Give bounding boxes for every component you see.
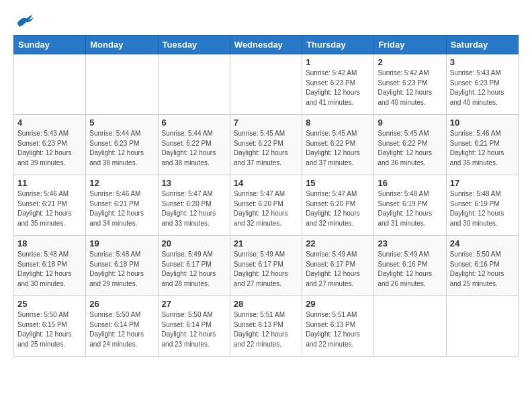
day-number: 1: [306, 57, 370, 67]
day-info: Sunrise: 5:45 AMSunset: 6:22 PMDaylight:…: [234, 129, 298, 168]
calendar-cell: 25Sunrise: 5:50 AMSunset: 6:15 PMDayligh…: [14, 296, 86, 357]
bird-icon: [15, 13, 34, 28]
calendar-cell: 9Sunrise: 5:45 AMSunset: 6:22 PMDaylight…: [374, 115, 446, 175]
day-number: 29: [306, 299, 370, 309]
day-info: Sunrise: 5:50 AMSunset: 6:15 PMDaylight:…: [17, 310, 82, 349]
day-info: Sunrise: 5:46 AMSunset: 6:21 PMDaylight:…: [450, 129, 515, 168]
weekday-header-friday: Friday: [374, 36, 446, 54]
day-number: 16: [378, 178, 442, 188]
day-number: 4: [17, 118, 82, 128]
day-info: Sunrise: 5:45 AMSunset: 6:22 PMDaylight:…: [306, 129, 370, 168]
calendar-cell: 26Sunrise: 5:50 AMSunset: 6:14 PMDayligh…: [86, 296, 158, 357]
calendar-cell: [14, 54, 86, 115]
weekday-row: SundayMondayTuesdayWednesdayThursdayFrid…: [14, 36, 519, 54]
calendar-cell: 5Sunrise: 5:44 AMSunset: 6:23 PMDaylight…: [86, 115, 158, 175]
calendar-cell: [86, 54, 158, 115]
calendar-cell: 6Sunrise: 5:44 AMSunset: 6:22 PMDaylight…: [158, 115, 230, 175]
calendar-cell: 21Sunrise: 5:49 AMSunset: 6:17 PMDayligh…: [230, 236, 302, 296]
day-info: Sunrise: 5:44 AMSunset: 6:22 PMDaylight:…: [162, 129, 226, 168]
day-info: Sunrise: 5:42 AMSunset: 6:23 PMDaylight:…: [378, 68, 442, 107]
day-info: Sunrise: 5:45 AMSunset: 6:22 PMDaylight:…: [378, 129, 442, 168]
day-number: 10: [450, 118, 515, 128]
calendar-week-2: 4Sunrise: 5:43 AMSunset: 6:23 PMDaylight…: [14, 115, 519, 175]
day-number: 2: [378, 57, 442, 67]
calendar-cell: 2Sunrise: 5:42 AMSunset: 6:23 PMDaylight…: [374, 54, 446, 115]
day-info: Sunrise: 5:49 AMSunset: 6:17 PMDaylight:…: [162, 250, 226, 289]
calendar-week-1: 1Sunrise: 5:42 AMSunset: 6:23 PMDaylight…: [14, 54, 519, 115]
calendar-cell: 24Sunrise: 5:50 AMSunset: 6:16 PMDayligh…: [446, 236, 518, 296]
day-info: Sunrise: 5:51 AMSunset: 6:13 PMDaylight:…: [234, 310, 298, 349]
day-number: 20: [162, 238, 226, 248]
calendar-cell: [158, 54, 230, 115]
calendar-cell: 3Sunrise: 5:43 AMSunset: 6:23 PMDaylight…: [446, 54, 518, 115]
day-number: 28: [234, 299, 298, 309]
calendar-cell: [374, 296, 446, 357]
calendar-cell: 23Sunrise: 5:49 AMSunset: 6:16 PMDayligh…: [374, 236, 446, 296]
calendar-cell: 4Sunrise: 5:43 AMSunset: 6:23 PMDaylight…: [14, 115, 86, 175]
calendar-cell: [446, 296, 518, 357]
day-number: 15: [306, 178, 370, 188]
calendar-cell: 19Sunrise: 5:48 AMSunset: 6:18 PMDayligh…: [86, 236, 158, 296]
day-info: Sunrise: 5:47 AMSunset: 6:20 PMDaylight:…: [162, 189, 226, 228]
calendar-cell: [230, 54, 302, 115]
day-info: Sunrise: 5:49 AMSunset: 6:17 PMDaylight:…: [234, 250, 298, 289]
day-number: 3: [450, 57, 515, 67]
calendar-week-3: 11Sunrise: 5:46 AMSunset: 6:21 PMDayligh…: [14, 175, 519, 236]
weekday-header-wednesday: Wednesday: [230, 36, 302, 54]
calendar-cell: 15Sunrise: 5:47 AMSunset: 6:20 PMDayligh…: [302, 175, 374, 236]
weekday-header-monday: Monday: [86, 36, 158, 54]
day-number: 5: [89, 118, 154, 128]
calendar-cell: 29Sunrise: 5:51 AMSunset: 6:13 PMDayligh…: [302, 296, 374, 357]
day-number: 8: [306, 118, 370, 128]
day-number: 12: [89, 178, 154, 188]
calendar-cell: 12Sunrise: 5:46 AMSunset: 6:21 PMDayligh…: [86, 175, 158, 236]
calendar-body: 1Sunrise: 5:42 AMSunset: 6:23 PMDaylight…: [14, 54, 519, 357]
calendar-cell: 7Sunrise: 5:45 AMSunset: 6:22 PMDaylight…: [230, 115, 302, 175]
day-number: 18: [17, 238, 82, 248]
calendar-header: SundayMondayTuesdayWednesdayThursdayFrid…: [14, 36, 519, 54]
calendar-cell: 13Sunrise: 5:47 AMSunset: 6:20 PMDayligh…: [158, 175, 230, 236]
day-info: Sunrise: 5:47 AMSunset: 6:20 PMDaylight:…: [234, 189, 298, 228]
day-number: 21: [234, 238, 298, 248]
calendar-cell: 17Sunrise: 5:48 AMSunset: 6:19 PMDayligh…: [446, 175, 518, 236]
calendar-week-4: 18Sunrise: 5:48 AMSunset: 6:18 PMDayligh…: [14, 236, 519, 296]
calendar-cell: 20Sunrise: 5:49 AMSunset: 6:17 PMDayligh…: [158, 236, 230, 296]
day-info: Sunrise: 5:48 AMSunset: 6:19 PMDaylight:…: [450, 189, 515, 228]
day-number: 24: [450, 238, 515, 248]
day-info: Sunrise: 5:48 AMSunset: 6:19 PMDaylight:…: [378, 189, 442, 228]
day-info: Sunrise: 5:49 AMSunset: 6:16 PMDaylight:…: [378, 250, 442, 289]
logo: [13, 13, 34, 28]
day-number: 7: [234, 118, 298, 128]
calendar-week-5: 25Sunrise: 5:50 AMSunset: 6:15 PMDayligh…: [14, 296, 519, 357]
calendar-cell: 10Sunrise: 5:46 AMSunset: 6:21 PMDayligh…: [446, 115, 518, 175]
day-info: Sunrise: 5:48 AMSunset: 6:18 PMDaylight:…: [89, 250, 154, 289]
day-info: Sunrise: 5:44 AMSunset: 6:23 PMDaylight:…: [89, 129, 154, 168]
calendar-cell: 18Sunrise: 5:48 AMSunset: 6:18 PMDayligh…: [14, 236, 86, 296]
calendar-cell: 27Sunrise: 5:50 AMSunset: 6:14 PMDayligh…: [158, 296, 230, 357]
day-info: Sunrise: 5:46 AMSunset: 6:21 PMDaylight:…: [17, 189, 82, 228]
day-info: Sunrise: 5:43 AMSunset: 6:23 PMDaylight:…: [17, 129, 82, 168]
day-number: 17: [450, 178, 515, 188]
day-info: Sunrise: 5:48 AMSunset: 6:18 PMDaylight:…: [17, 250, 82, 289]
day-number: 26: [89, 299, 154, 309]
calendar-cell: 28Sunrise: 5:51 AMSunset: 6:13 PMDayligh…: [230, 296, 302, 357]
day-number: 25: [17, 299, 82, 309]
weekday-header-saturday: Saturday: [446, 36, 518, 54]
day-info: Sunrise: 5:49 AMSunset: 6:17 PMDaylight:…: [306, 250, 370, 289]
weekday-header-sunday: Sunday: [14, 36, 86, 54]
header: [13, 13, 519, 28]
weekday-header-thursday: Thursday: [302, 36, 374, 54]
day-info: Sunrise: 5:50 AMSunset: 6:14 PMDaylight:…: [89, 310, 154, 349]
day-info: Sunrise: 5:50 AMSunset: 6:16 PMDaylight:…: [450, 250, 515, 289]
day-number: 6: [162, 118, 226, 128]
day-number: 13: [162, 178, 226, 188]
weekday-header-tuesday: Tuesday: [158, 36, 230, 54]
day-info: Sunrise: 5:50 AMSunset: 6:14 PMDaylight:…: [162, 310, 226, 349]
day-info: Sunrise: 5:46 AMSunset: 6:21 PMDaylight:…: [89, 189, 154, 228]
day-number: 27: [162, 299, 226, 309]
day-number: 23: [378, 238, 442, 248]
calendar-cell: 22Sunrise: 5:49 AMSunset: 6:17 PMDayligh…: [302, 236, 374, 296]
calendar-cell: 14Sunrise: 5:47 AMSunset: 6:20 PMDayligh…: [230, 175, 302, 236]
day-number: 22: [306, 238, 370, 248]
calendar-cell: 1Sunrise: 5:42 AMSunset: 6:23 PMDaylight…: [302, 54, 374, 115]
